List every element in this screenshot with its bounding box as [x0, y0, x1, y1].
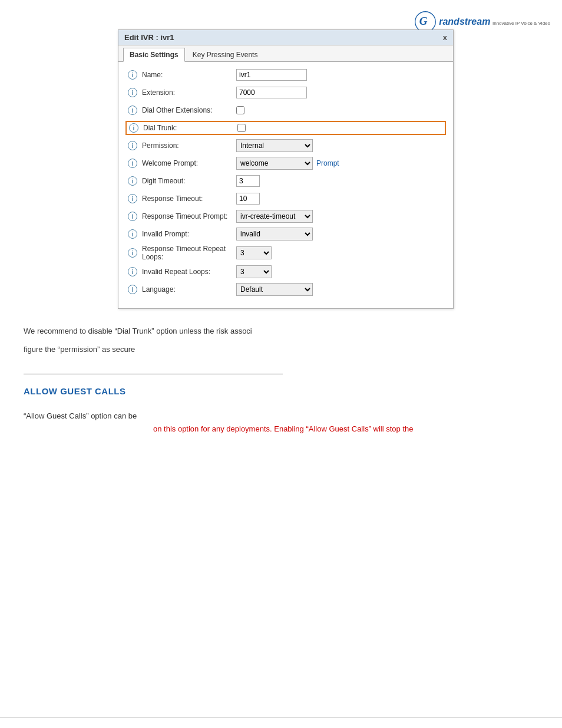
dialog-tabs: Basic Settings Key Pressing Events	[118, 45, 453, 62]
allow-guest-calls-section: ALLOW GUEST CALLS “Allow Guest Calls” op…	[24, 386, 538, 436]
checkbox-dial-other[interactable]	[236, 106, 244, 114]
field-row-invalid-prompt: i Invalid Prompt: invalid default	[128, 227, 444, 241]
logo-tagline-text: Innovative IP Voice & Video	[492, 21, 550, 26]
info-icon-permission[interactable]: i	[128, 141, 137, 150]
info-icon-response-timeout[interactable]: i	[128, 194, 137, 203]
section-heading-allow-guest-calls: ALLOW GUEST CALLS	[24, 386, 538, 396]
prompt-link[interactable]: Prompt	[316, 159, 339, 167]
dialog-close-button[interactable]: x	[443, 33, 447, 42]
label-response-timeout-loops: Response Timeout RepeatLoops:	[142, 245, 236, 261]
label-response-timeout-prompt: Response Timeout Prompt:	[142, 212, 236, 220]
info-icon-language[interactable]: i	[128, 285, 137, 294]
field-row-digit-timeout: i Digit Timeout:	[128, 174, 444, 188]
info-icon-invalid-prompt[interactable]: i	[128, 229, 137, 239]
tab-basic-settings[interactable]: Basic Settings	[123, 48, 185, 62]
field-row-dial-other-extensions: i Dial Other Extensions:	[128, 103, 444, 117]
select-invalid-repeat-loops[interactable]: 1 2 3 4 5	[236, 265, 272, 278]
field-row-response-timeout-prompt: i Response Timeout Prompt: ivr-create-ti…	[128, 209, 444, 223]
field-row-invalid-repeat-loops: i Invalid Repeat Loops: 1 2 3 4 5	[128, 265, 444, 279]
input-digit-timeout[interactable]	[236, 175, 260, 187]
body-text-para1: We recommend to disable “Dial Trunk” opt…	[24, 325, 538, 338]
info-icon-invalid-repeat-loops[interactable]: i	[128, 267, 137, 276]
select-invalid-prompt[interactable]: invalid default	[236, 228, 313, 241]
page-content: Edit IVR : ivr1 x Basic Settings Key Pre…	[0, 0, 562, 447]
label-language: Language:	[142, 285, 236, 294]
label-dial-trunk: Dial Trunk:	[143, 124, 237, 132]
input-name[interactable]	[236, 69, 307, 81]
field-row-welcome-prompt: i Welcome Prompt: welcome default Prompt	[128, 156, 444, 170]
label-digit-timeout: Digit Timeout:	[142, 177, 236, 185]
label-welcome-prompt: Welcome Prompt:	[142, 159, 236, 167]
input-response-timeout[interactable]	[236, 193, 260, 205]
info-icon-response-timeout-prompt[interactable]: i	[128, 212, 137, 221]
svg-text:G: G	[419, 15, 428, 27]
field-row-response-timeout-repeat-loops: i Response Timeout RepeatLoops: 1 2 3 4 …	[128, 245, 444, 261]
input-extension[interactable]	[236, 87, 307, 98]
label-response-timeout: Response Timeout:	[142, 195, 236, 203]
field-row-permission: i Permission: Internal Local National In…	[128, 139, 444, 153]
select-response-timeout-prompt[interactable]: ivr-create-timeout default	[236, 210, 313, 223]
dialog-titlebar: Edit IVR : ivr1 x	[118, 30, 453, 45]
info-icon-welcome-prompt[interactable]: i	[128, 159, 137, 168]
label-invalid-repeat-loops: Invalid Repeat Loops:	[142, 268, 236, 276]
dialog-title: Edit IVR : ivr1	[124, 33, 174, 42]
label-permission: Permission:	[142, 141, 236, 150]
select-response-timeout-loops[interactable]: 1 2 3 4 5	[236, 246, 272, 259]
tab-key-pressing-events[interactable]: Key Pressing Events	[186, 48, 265, 61]
select-welcome-prompt[interactable]: welcome default	[236, 157, 313, 170]
allow-guest-calls-para2-red: on this option for any deployments. Enab…	[153, 423, 538, 436]
info-icon-digit-timeout[interactable]: i	[128, 176, 137, 186]
field-row-name: i Name:	[128, 68, 444, 82]
info-icon-dial-other[interactable]: i	[128, 106, 137, 115]
select-language[interactable]: Default en es fr	[236, 283, 313, 296]
field-row-extension: i Extension:	[128, 85, 444, 100]
label-invalid-prompt: Invalid Prompt:	[142, 230, 236, 238]
bottom-divider	[0, 717, 562, 717]
info-icon-response-timeout-loops[interactable]: i	[128, 248, 137, 258]
field-row-dial-trunk: i Dial Trunk:	[125, 121, 446, 135]
info-icon-name[interactable]: i	[128, 70, 137, 80]
field-row-language: i Language: Default en es fr	[128, 282, 444, 297]
allow-guest-calls-para1: “Allow Guest Calls” option can be	[24, 410, 538, 423]
label-extension: Extension:	[142, 88, 236, 97]
select-permission[interactable]: Internal Local National International	[236, 139, 313, 152]
logo-brand-text: randstream	[439, 17, 490, 27]
info-icon-extension[interactable]: i	[128, 88, 137, 97]
info-icon-dial-trunk[interactable]: i	[129, 123, 138, 133]
edit-ivr-dialog: Edit IVR : ivr1 x Basic Settings Key Pre…	[118, 29, 454, 309]
label-name: Name:	[142, 71, 236, 79]
logo-text: randstream Innovative IP Voice & Video	[439, 17, 550, 27]
checkbox-dial-trunk[interactable]	[237, 124, 246, 132]
body-text-para2: figure the “permission” as secure	[24, 344, 538, 356]
label-dial-other: Dial Other Extensions:	[142, 106, 236, 114]
field-row-response-timeout: i Response Timeout:	[128, 192, 444, 206]
section-divider	[24, 374, 283, 374]
form-body: i Name: i Extension: i Dial Other Extens…	[118, 62, 453, 308]
